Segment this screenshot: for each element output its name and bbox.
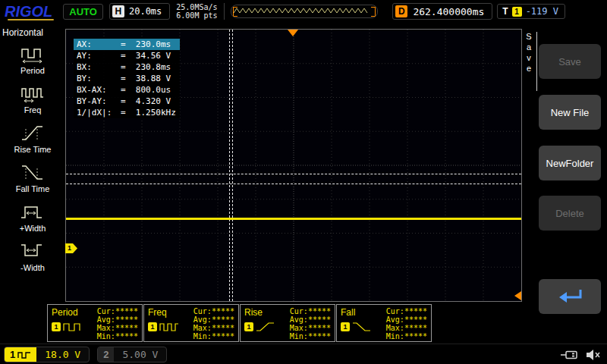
rise-time-icon bbox=[20, 121, 46, 144]
horizontal-measure-sidebar: Horizontal Period Freq Rise Time bbox=[0, 23, 65, 344]
rigol-logo: RIGOL bbox=[5, 3, 55, 20]
sidebar-item-nwidth[interactable]: -Width bbox=[0, 240, 65, 272]
window-bracket-right-icon bbox=[371, 7, 376, 17]
return-arrow-icon bbox=[553, 287, 587, 306]
timebase-value: 20.0ms bbox=[129, 6, 162, 17]
measurement-values: Cur:***** Avg:***** Max:***** Min:***** bbox=[386, 307, 427, 339]
measurement-values: Cur:***** Avg:***** Max:***** Min:***** bbox=[97, 307, 138, 339]
save-menu-panel: Save Save New File NewFolder Delete bbox=[522, 23, 607, 344]
waveform-display: 1 AX:= 230.0ms AY:= 34.56 V BX:= 230.8ms… bbox=[65, 29, 522, 302]
usb-icon bbox=[560, 350, 578, 360]
sidebar-item-fall-time[interactable]: Fall Time bbox=[0, 161, 65, 193]
cursor-row-by: BY:= 38.88 V bbox=[74, 73, 180, 84]
channel1-status[interactable]: 1 18.0 V bbox=[4, 347, 90, 362]
cursor-row-bxax: BX-AX:= 800.0us bbox=[74, 84, 180, 96]
freq-glyph-icon bbox=[159, 321, 179, 333]
channel-badge: 1 bbox=[148, 322, 157, 331]
channel-badge: 1 bbox=[341, 322, 350, 331]
rise-glyph-icon bbox=[256, 321, 275, 333]
measurement-label: Period bbox=[52, 307, 83, 318]
cursor-row-ay: AY:= 34.56 V bbox=[74, 50, 180, 61]
sample-rate: 25.0MSa/s bbox=[176, 3, 217, 11]
period-glyph-icon bbox=[63, 321, 83, 333]
measurement-label: Fall bbox=[341, 307, 372, 318]
cursor-readout-box: AX:= 230.0ms AY:= 34.56 V BX:= 230.8ms B… bbox=[74, 39, 180, 118]
sidebar-item-label: +Width bbox=[20, 224, 46, 233]
save-button[interactable]: Save bbox=[539, 44, 601, 79]
statusbar-icons bbox=[560, 349, 601, 361]
period-icon bbox=[20, 42, 46, 65]
plus-width-icon bbox=[20, 200, 46, 223]
channel2-badge: 2 bbox=[98, 347, 114, 362]
sidebar-item-pwidth[interactable]: +Width bbox=[0, 200, 65, 233]
waveform-overview-icon bbox=[231, 5, 376, 16]
t-key-label: T bbox=[502, 6, 508, 17]
channel1-scale: 18.0 V bbox=[36, 347, 89, 362]
cursor-row-bx: BX:= 230.8ms bbox=[74, 61, 180, 73]
channel2-status[interactable]: 2 5.00 V bbox=[97, 347, 167, 362]
channel1-trace bbox=[66, 218, 521, 220]
top-status-bar: RIGOL AUTO H 20.0ms 25.0MSa/s 6.00M pts … bbox=[0, 0, 607, 23]
measurement-panel: Period 1 Cur:***** Avg:***** Max:***** M… bbox=[47, 304, 432, 342]
cursor-bx-line[interactable] bbox=[232, 30, 233, 301]
cursor-ax-line[interactable] bbox=[229, 30, 230, 301]
sidebar-title: Horizontal bbox=[0, 23, 65, 39]
window-bracket-left-icon bbox=[233, 7, 237, 17]
speaker-muted-icon[interactable] bbox=[586, 349, 601, 361]
menu-tab-save[interactable]: Save bbox=[524, 32, 537, 91]
sidebar-item-label: Rise Time bbox=[14, 145, 52, 154]
right-edge-marker-icon bbox=[514, 291, 521, 300]
delay-value: 262.400000ms bbox=[413, 6, 484, 17]
channel2-scale: 5.00 V bbox=[114, 347, 166, 362]
channel-badge: 1 bbox=[52, 322, 61, 331]
cursor-row-ax: AX:= 230.0ms bbox=[74, 39, 180, 50]
sidebar-item-label: Fall Time bbox=[16, 184, 50, 193]
sidebar-item-label: Period bbox=[20, 66, 45, 75]
horizontal-scale-group[interactable]: H 20.0ms bbox=[109, 3, 170, 20]
freq-icon bbox=[20, 82, 46, 105]
channel1-badge: 1 bbox=[5, 347, 36, 362]
measurement-rise[interactable]: Rise 1 Cur:***** Avg:***** Max:***** Min… bbox=[240, 304, 335, 342]
horizontal-position-bar[interactable] bbox=[231, 5, 378, 18]
square-wave-icon bbox=[17, 350, 31, 359]
cursor-row-byay: BY-AY:= 4.320 V bbox=[74, 96, 180, 107]
d-key-badge: D bbox=[395, 5, 407, 17]
delete-button[interactable]: Delete bbox=[539, 196, 601, 231]
memory-depth: 6.00M pts bbox=[176, 11, 217, 20]
cursor-ay-line[interactable] bbox=[66, 174, 521, 174]
channel-badge: 1 bbox=[244, 322, 253, 331]
back-button[interactable] bbox=[539, 279, 601, 314]
sidebar-item-period[interactable]: Period bbox=[0, 42, 65, 75]
measurement-period[interactable]: Period 1 Cur:***** Avg:***** Max:***** M… bbox=[47, 304, 143, 342]
channel-status-bar: 1 18.0 V 2 5.00 V bbox=[0, 344, 607, 364]
measurement-values: Cur:***** Avg:***** Max:***** Min:***** bbox=[290, 307, 331, 339]
trigger-level-value: -119 V bbox=[526, 6, 558, 17]
cursor-row-inv-dx: 1/|dX|:= 1.250kHz bbox=[74, 107, 180, 118]
trigger-group[interactable]: T 1 -119 V bbox=[497, 4, 565, 19]
measurement-fall[interactable]: Fall 1 Cur:***** Avg:***** Max:***** Min… bbox=[336, 304, 432, 342]
measurement-values: Cur:***** Avg:***** Max:***** Min:***** bbox=[193, 307, 234, 339]
h-key-badge: H bbox=[112, 5, 124, 17]
sidebar-item-rise-time[interactable]: Rise Time bbox=[0, 121, 65, 154]
trigger-status-badge: AUTO bbox=[63, 4, 103, 20]
cursor-by-line[interactable] bbox=[66, 184, 521, 184]
new-file-button[interactable]: New File bbox=[539, 95, 601, 130]
trigger-position-marker-icon[interactable] bbox=[288, 30, 298, 36]
delay-group[interactable]: D 262.400000ms bbox=[392, 3, 492, 20]
fall-glyph-icon bbox=[352, 321, 372, 333]
trigger-source-badge: 1 bbox=[512, 7, 522, 17]
sidebar-item-label: -Width bbox=[20, 263, 45, 272]
sidebar-item-label: Freq bbox=[24, 105, 42, 115]
sidebar-item-freq[interactable]: Freq bbox=[0, 82, 65, 115]
minus-width-icon bbox=[20, 240, 46, 262]
new-folder-button[interactable]: NewFolder bbox=[539, 146, 601, 180]
measurement-label: Freq bbox=[148, 307, 179, 318]
acquisition-info: 25.0MSa/s 6.00M pts bbox=[176, 3, 224, 20]
measurement-label: Rise bbox=[244, 307, 275, 318]
measurement-freq[interactable]: Freq 1 Cur:***** Avg:***** Max:***** Min… bbox=[143, 304, 239, 342]
fall-time-icon bbox=[20, 161, 46, 184]
